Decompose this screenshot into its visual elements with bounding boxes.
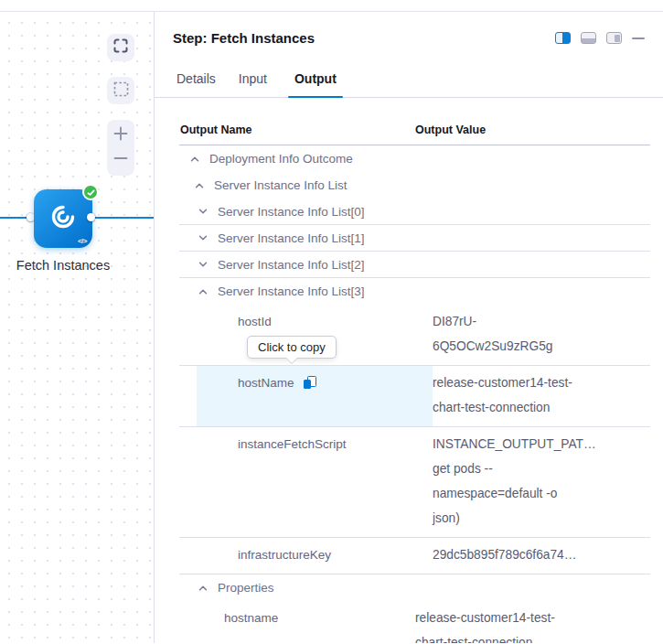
chevron-up-icon[interactable] — [188, 153, 201, 166]
output-value-cell: 29dc5b895f789c6f6a74… — [433, 538, 615, 574]
layout-right-drawer-icon[interactable] — [606, 32, 622, 44]
minimize-icon[interactable] — [632, 38, 645, 39]
code-icon: </> — [78, 237, 87, 245]
tree-row-server-instance-info-list[interactable]: Server Instance Info List — [179, 172, 650, 199]
copy-icon[interactable] — [304, 376, 316, 389]
output-value-line: release-customer14-test- — [433, 370, 615, 395]
tree-row-server-instance-info-list-2[interactable]: Server Instance Info List[2] — [179, 252, 650, 278]
tab-details[interactable]: Details — [175, 71, 218, 97]
tree-row-label: Deployment Info Outcome — [209, 152, 353, 166]
output-table-header: Output Name Output Value — [179, 123, 650, 145]
column-output-value: Output Value — [415, 123, 650, 136]
tree-row-properties[interactable]: Properties — [179, 574, 650, 601]
output-name: hostName — [238, 376, 294, 390]
zoom-in-button[interactable] — [112, 125, 129, 145]
tree-row-label: Server Instance Info List[0] — [218, 205, 365, 219]
output-value-line: 6Q5OCw2Su9zRG5g — [433, 334, 615, 359]
panel-window-controls — [555, 32, 645, 44]
chevron-up-icon[interactable] — [193, 179, 206, 192]
chevron-down-icon[interactable] — [197, 231, 209, 244]
output-row-instancefetchscript: instanceFetchScriptINSTANCE_OUTPUT_PAT…g… — [179, 427, 650, 538]
output-value-line: json) — [433, 506, 615, 531]
tree-row-deployment-info-outcome[interactable]: Deployment Info Outcome — [179, 145, 650, 172]
output-name: hostname — [224, 611, 278, 625]
output-table: Output Name Output Value Deployment Info… — [179, 123, 650, 643]
tree-row-label: Server Instance Info List — [214, 178, 348, 192]
success-status-badge — [82, 184, 99, 200]
canvas-zoom-controls — [107, 120, 134, 176]
tree-row-label: Server Instance Info List[3] — [218, 284, 365, 298]
output-name-cell: infrastructureKey — [197, 538, 433, 574]
zoom-out-button[interactable] — [112, 150, 129, 170]
chevron-down-icon[interactable] — [197, 258, 209, 271]
expand-icon — [112, 38, 129, 58]
output-name: infrastructureKey — [238, 548, 331, 562]
output-value-cell: release-customer14-test-chart-test-conne… — [415, 601, 598, 643]
tab-output[interactable]: Output — [288, 71, 343, 97]
chevron-up-icon[interactable] — [197, 285, 209, 298]
output-value-cell: DI87rU-6Q5OCw2Su9zRG5g — [433, 305, 615, 365]
panel-header: Step: Fetch Instances — [155, 12, 663, 46]
output-name-cell: hostNameClick to copy — [197, 366, 433, 426]
output-value-line: DI87rU- — [433, 309, 615, 334]
tree-row-label: Server Instance Info List[2] — [218, 258, 365, 272]
click-to-copy-tooltip: Click to copy — [247, 336, 337, 359]
output-row-infrastructurekey: infrastructureKey29dc5b895f789c6f6a74… — [179, 538, 650, 574]
tab-input[interactable]: Input — [237, 71, 269, 97]
tree-row-label: Server Instance Info List[1] — [218, 231, 365, 245]
top-bar — [0, 0, 663, 12]
output-row-hostname: hostNameClick to copyrelease-customer14-… — [179, 366, 650, 427]
output-value-line: get pods -- — [433, 456, 615, 481]
output-value-cell: INSTANCE_OUTPUT_PAT…get pods --namespace… — [433, 427, 615, 537]
chevron-up-icon[interactable] — [197, 582, 209, 595]
output-name-cell: instanceFetchScript — [197, 427, 433, 537]
output-value-line: chart-test-connection — [433, 395, 615, 420]
pipeline-canvas[interactable]: </> Fetch Instances — [0, 12, 155, 643]
output-value-line: chart-test-connection — [415, 630, 598, 643]
panel-title: Step: Fetch Instances — [173, 30, 555, 46]
layout-bottom-panel-icon[interactable] — [581, 32, 596, 44]
output-value-line: release-customer14-test- — [415, 606, 598, 630]
output-value-line: INSTANCE_OUTPUT_PAT… — [433, 432, 615, 456]
tree-row-server-instance-info-list-0[interactable]: Server Instance Info List[0] — [179, 199, 650, 225]
chevron-down-icon[interactable] — [197, 205, 209, 218]
output-value-line: namespace=default -o — [433, 481, 615, 506]
step-swirl-icon — [49, 203, 77, 234]
output-row-hostname: hostnamerelease-customer14-test-chart-te… — [179, 601, 650, 643]
output-name-cell: hostname — [179, 601, 415, 643]
layout-split-right-icon[interactable] — [555, 32, 571, 44]
panel-tabbar: Details Input Output — [155, 71, 663, 98]
canvas-fit-view-button[interactable] — [107, 34, 134, 61]
step-details-panel: Step: Fetch Instances Details Input Outp… — [155, 12, 663, 643]
output-value-line: 29dc5b895f789c6f6a74… — [433, 542, 615, 567]
tree-row-server-instance-info-list-3[interactable]: Server Instance Info List[3] — [179, 278, 650, 305]
tree-row-server-instance-info-list-1[interactable]: Server Instance Info List[1] — [179, 225, 650, 252]
output-value-cell: release-customer14-test-chart-test-conne… — [433, 366, 615, 426]
marquee-select-icon — [113, 81, 129, 101]
output-name: instanceFetchScript — [238, 437, 347, 451]
node-output-port[interactable] — [87, 213, 95, 221]
node-label: Fetch Instances — [0, 258, 126, 273]
canvas-marquee-select-button[interactable] — [107, 77, 134, 104]
output-name: hostId — [238, 315, 272, 328]
column-output-name: Output Name — [179, 123, 415, 136]
step-node-fetch-instances[interactable]: </> — [34, 189, 92, 248]
app-window: </> Fetch Instances Step: Fetch Instance… — [0, 0, 663, 644]
output-rows: Deployment Info OutcomeServer Instance I… — [179, 145, 650, 643]
tree-row-label: Properties — [218, 581, 274, 595]
